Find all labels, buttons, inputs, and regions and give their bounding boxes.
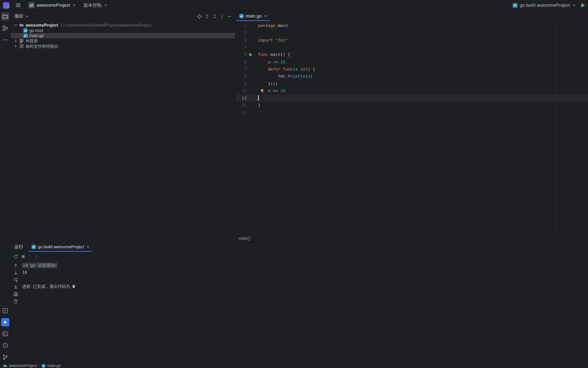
tree-item-label: go.mod xyxy=(29,28,43,33)
version-control-tool-button[interactable] xyxy=(1,353,9,361)
run-line-icon[interactable] xyxy=(249,53,253,56)
go-mod-file-icon: go xyxy=(23,28,28,33)
code-line: 9 }(x) xyxy=(235,80,588,87)
prev-occurrence-button[interactable] xyxy=(13,263,19,269)
line-number[interactable]: 13 xyxy=(235,110,247,115)
services-icon xyxy=(2,308,8,314)
clear-console-button[interactable] xyxy=(13,298,19,304)
services-tool-button[interactable] xyxy=(1,306,9,315)
close-tab-icon[interactable]: × xyxy=(264,13,267,19)
console-output[interactable]: <4 go 设置调用>10进程 已完成，退出代码为 0 xyxy=(21,262,588,363)
hide-panel-button[interactable] xyxy=(226,13,233,20)
code-line: 10 x += 20 xyxy=(235,87,588,94)
project-tree: awesomeProject C:\Users\meowr\GolandProj… xyxy=(10,22,235,242)
more-tool-windows-button[interactable] xyxy=(1,36,9,44)
chevron-collapsed-icon[interactable] xyxy=(14,39,18,43)
tree-item-external-libraries[interactable]: 外部库 xyxy=(10,38,235,44)
print-button[interactable] xyxy=(13,291,19,297)
line-number[interactable]: 6 xyxy=(235,60,247,64)
terminal-tool-button[interactable] xyxy=(1,330,9,338)
expand-all-icon xyxy=(204,14,210,19)
statusbar-crumb-file[interactable]: main.go xyxy=(47,364,61,368)
vcs-widget[interactable]: 版本控制 xyxy=(82,1,109,9)
line-number[interactable]: 4 xyxy=(235,45,247,50)
scroll-to-end-button[interactable] xyxy=(13,284,19,290)
code-token: 0 xyxy=(72,284,75,289)
chevron-collapsed-icon[interactable] xyxy=(14,44,18,48)
scratches-icon xyxy=(19,44,24,48)
go-build-config-icon: go xyxy=(513,3,518,8)
code-text: fmt.Println(x) xyxy=(258,74,313,79)
panel-options-button[interactable] xyxy=(218,13,225,20)
code-line: 8 fmt.Println(x) xyxy=(235,73,588,80)
line-number[interactable]: 7 xyxy=(235,67,247,72)
close-tab-icon[interactable]: × xyxy=(87,244,89,249)
main-menu-button[interactable] xyxy=(14,2,23,9)
line-number[interactable]: 3 xyxy=(235,38,247,43)
chevron-down-icon xyxy=(72,3,76,7)
editor-tab-main-go[interactable]: go main.go × xyxy=(236,11,270,21)
line-number[interactable]: 5 xyxy=(235,52,247,57)
run-tool-window: 运行 go go build awesomeProject × xyxy=(10,241,588,363)
run-configuration-selector[interactable]: go go build awesomeProject xyxy=(511,2,578,9)
code-text: func main() { xyxy=(258,52,290,57)
project-selector[interactable]: AP awesomeProject xyxy=(27,1,77,9)
code-token: fmt. xyxy=(258,74,288,79)
library-icon xyxy=(19,39,24,43)
stop-button[interactable] xyxy=(20,253,26,259)
locate-file-button[interactable] xyxy=(196,13,203,20)
statusbar-crumb-project[interactable]: awesomeProject xyxy=(9,364,37,368)
line-number[interactable]: 12 xyxy=(235,103,247,108)
go-file-icon: go xyxy=(42,364,45,368)
run-button[interactable] xyxy=(581,3,585,8)
tree-item-go-mod[interactable]: go go.mod xyxy=(10,28,235,33)
code-token: x xyxy=(273,81,275,86)
chevron-expanded-icon[interactable] xyxy=(14,23,18,27)
line-number[interactable]: 8 xyxy=(235,74,247,79)
expand-all-button[interactable] xyxy=(204,13,210,20)
project-tool-button[interactable] xyxy=(1,12,9,21)
tree-item-main-go[interactable]: go main.go xyxy=(10,33,235,38)
code-editor[interactable]: 1package main23import "fmt"45func main()… xyxy=(235,21,588,235)
console-line: 进程 已完成，退出代码为 0 xyxy=(22,283,588,291)
go-file-icon: go xyxy=(23,33,28,38)
code-token: } xyxy=(258,103,260,108)
code-token: func xyxy=(258,52,268,57)
breadcrumb-item[interactable]: main() xyxy=(238,236,250,240)
kebab-menu-icon xyxy=(34,254,39,259)
code-token: 10 xyxy=(280,60,285,64)
run-options-button[interactable] xyxy=(33,253,39,259)
line-number[interactable]: 9 xyxy=(235,81,247,86)
code-token: x xyxy=(295,67,298,72)
editor-tab-label: main.go xyxy=(246,13,262,19)
next-occurrence-button[interactable] xyxy=(13,270,19,276)
intention-bulb-icon[interactable] xyxy=(260,89,264,93)
tree-item-project-root[interactable]: awesomeProject C:\Users\meowr\GolandProj… xyxy=(10,23,235,28)
line-number[interactable]: 11 xyxy=(235,96,247,101)
chevron-down-icon xyxy=(572,3,576,7)
run-tool-button[interactable] xyxy=(1,318,9,326)
goland-logo-icon xyxy=(3,2,9,9)
soft-wrap-button[interactable] xyxy=(13,277,19,283)
code-token: 进程 已完成，退出代码为 xyxy=(22,284,72,289)
tree-item-label: awesomeProject xyxy=(26,23,58,27)
code-token: ( xyxy=(305,74,308,79)
tree-item-scratches[interactable]: 临时文件和控制台 xyxy=(10,44,235,49)
code-token: <4 go 设置调用> xyxy=(22,263,58,268)
project-panel-title[interactable]: 项目 xyxy=(14,13,23,19)
line-number[interactable]: 2 xyxy=(235,30,247,36)
go-build-config-icon: go xyxy=(32,245,36,249)
line-number[interactable]: 10 xyxy=(235,89,247,93)
line-number[interactable]: 1 xyxy=(235,23,247,28)
collapse-all-button[interactable] xyxy=(211,13,218,20)
structure-tool-button[interactable] xyxy=(1,24,9,32)
run-tab-go-build[interactable]: go go build awesomeProject × xyxy=(28,242,92,252)
code-text: import "fmt" xyxy=(258,38,288,43)
problems-tool-button[interactable] xyxy=(1,341,9,350)
main-toolbar: AP awesomeProject 版本控制 go go build aweso… xyxy=(0,0,588,11)
rerun-button[interactable] xyxy=(13,253,19,259)
code-token xyxy=(298,67,300,72)
tool-window-stripe xyxy=(0,11,10,363)
chevron-down-icon[interactable] xyxy=(25,14,29,18)
tree-item-label: 外部库 xyxy=(26,38,38,44)
